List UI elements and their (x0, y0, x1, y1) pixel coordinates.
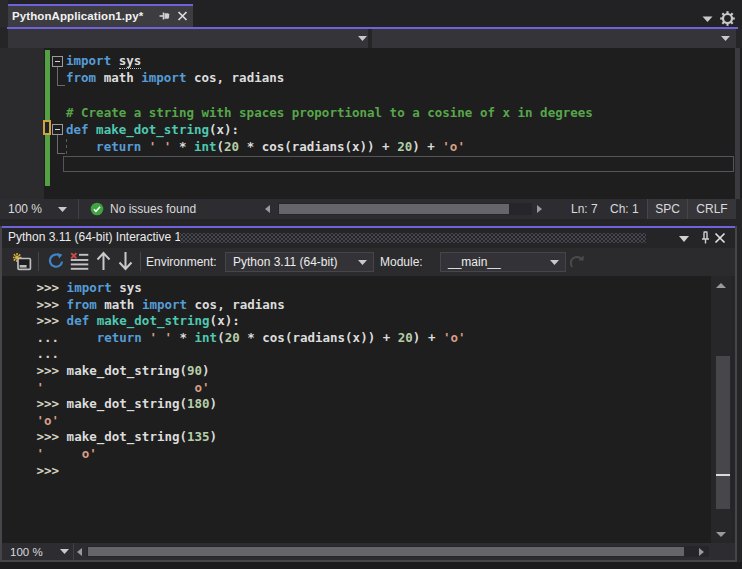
editor-horizontal-scrollbar[interactable] (278, 203, 532, 215)
editor-gutter[interactable] (0, 48, 44, 199)
chevron-down-icon (721, 36, 730, 41)
scroll-right-arrow-icon[interactable] (537, 205, 542, 213)
vs-window: PythonApplication1.py* (0, 0, 742, 569)
scroll-left-arrow-icon[interactable] (265, 205, 270, 213)
scrollbar-thumb[interactable] (88, 547, 684, 556)
status-separator (73, 543, 74, 560)
editor-zoom-value[interactable]: 100 % (8, 202, 42, 216)
current-line-highlight (63, 156, 734, 172)
caret-position-marker (716, 474, 730, 476)
interactive-tool-window: Python 3.11 (64-bit) Interactive 1 (0, 226, 737, 562)
tool-window-title: Python 3.11 (64-bit) Interactive 1 (8, 230, 181, 244)
editor-vertical-scrollbar[interactable] (735, 48, 740, 199)
collapse-region-button[interactable] (52, 124, 63, 135)
outline-guide (57, 135, 58, 153)
close-tool-window-icon[interactable] (714, 232, 726, 244)
code-line: def make_dot_string(x): (66, 121, 239, 138)
tool-window-title-bar[interactable]: Python 3.11 (64-bit) Interactive 1 (2, 228, 735, 248)
settings-gear-icon[interactable] (720, 11, 735, 26)
code-line: >>> from math import cos, radians (37, 296, 285, 313)
track-changes-saved-bar (45, 50, 50, 186)
code-line: >>> import sys (37, 279, 142, 296)
line-indicator: Ln: 7 (571, 202, 598, 216)
module-value: __main__ (448, 255, 501, 269)
scroll-up-arrow-icon[interactable] (716, 283, 726, 288)
auto-hide-pin-icon[interactable] (700, 231, 711, 245)
status-separator (78, 199, 79, 219)
code-editor[interactable]: import sysfrom math import cos, radians#… (0, 48, 742, 199)
indent-mode-cell[interactable]: SPC (647, 199, 687, 219)
scroll-right-arrow-icon[interactable] (699, 548, 704, 556)
history-next-icon[interactable] (117, 251, 134, 271)
code-line: 'o' (37, 412, 60, 429)
toolbar-separator (38, 252, 39, 271)
column-indicator: Ch: 1 (610, 202, 639, 216)
window-position-chevron-icon[interactable] (679, 236, 689, 242)
line-ending-cell[interactable]: CRLF (687, 199, 736, 219)
no-issues-check-icon[interactable] (90, 202, 104, 216)
scroll-left-arrow-icon[interactable] (77, 548, 82, 556)
module-combobox[interactable]: __main__ (440, 252, 566, 272)
code-line: >>> make_dot_string(180) (37, 395, 218, 412)
interactive-status-bar: 100 % (2, 543, 735, 560)
scrollbar-thumb[interactable] (716, 356, 730, 509)
interactive-toolbar: Environment: Python 3.11 (64-bit) Module… (2, 248, 735, 276)
environment-combobox[interactable]: Python 3.11 (64-bit) (225, 252, 374, 272)
interactive-window-options-icon[interactable] (13, 253, 32, 271)
chevron-down-icon (550, 260, 559, 265)
zoom-chevron-icon[interactable] (58, 207, 67, 212)
chevron-down-icon (358, 260, 367, 265)
code-line: import sys (66, 52, 141, 69)
tab-bar-left-edge (0, 0, 8, 27)
chevron-down-icon (358, 36, 367, 41)
history-previous-icon[interactable] (95, 251, 112, 271)
code-line: ' o' (37, 379, 210, 396)
collapse-region-button[interactable] (52, 56, 63, 67)
zoom-chevron-icon[interactable] (60, 549, 69, 554)
code-line: >>> make_dot_string(90) (37, 362, 210, 379)
repl-zoom-value[interactable]: 100 % (10, 546, 43, 558)
module-label: Module: (380, 255, 423, 269)
outline-guide-end (57, 85, 65, 86)
document-tab-bar: PythonApplication1.py* (0, 0, 742, 27)
tab-title: PythonApplication1.py* (12, 10, 143, 22)
interactive-vertical-scrollbar[interactable] (711, 276, 731, 543)
environment-value: Python 3.11 (64-bit) (233, 255, 338, 269)
code-line: ... return ' ' * int(20 * cos(radians(x)… (37, 329, 466, 346)
editor-status-bar: 100 % No issues found Ln: 7 Ch: 1 SPC CR… (0, 199, 736, 219)
send-to-interactive-icon[interactable] (569, 253, 586, 270)
environment-label: Environment: (146, 255, 217, 269)
scroll-down-arrow-icon[interactable] (716, 532, 726, 537)
window-bottom-edge (0, 562, 742, 569)
document-tab[interactable]: PythonApplication1.py* (8, 4, 193, 27)
editor-navigation-bar (8, 29, 736, 48)
outline-guide (57, 67, 58, 85)
issues-status-text[interactable]: No issues found (110, 202, 196, 216)
pin-tab-icon[interactable] (159, 10, 170, 22)
clear-screen-icon[interactable] (70, 252, 89, 270)
code-line: # Create a string with spaces proportion… (66, 104, 593, 121)
code-line: from math import cos, radians (66, 69, 284, 86)
scrollbar-thumb[interactable] (279, 204, 509, 214)
repl-horizontal-scrollbar[interactable] (87, 546, 709, 557)
code-line: return ' ' * int(20 * cos(radians(x)) + … (66, 138, 465, 155)
title-bar-grip-dots (180, 233, 646, 243)
reset-interactive-icon[interactable] (47, 252, 65, 270)
code-line: ... (37, 345, 60, 362)
code-line: ' o' (37, 445, 97, 462)
nav-members-dropdown[interactable] (372, 29, 736, 48)
code-line: >>> (37, 462, 60, 479)
interactive-output[interactable]: >>> import sys>>> from math import cos, … (2, 276, 713, 543)
code-line: >>> def make_dot_string(x): (37, 312, 240, 329)
outline-guide-end (57, 153, 65, 154)
toolbar-separator (140, 252, 141, 271)
nav-types-dropdown[interactable] (8, 29, 368, 48)
code-line: >>> make_dot_string(135) (37, 428, 218, 445)
track-changes-pending-marker (43, 120, 51, 135)
close-tab-icon[interactable] (177, 10, 188, 22)
document-list-chevron-icon[interactable] (702, 16, 713, 23)
